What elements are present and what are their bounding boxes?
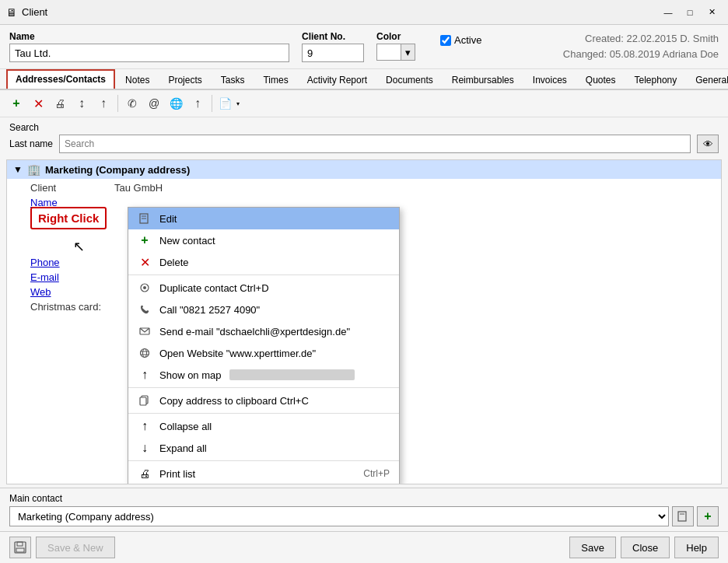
menu-item-delete[interactable]: ✕ Delete	[128, 251, 399, 273]
delete-button[interactable]: ✕	[28, 93, 48, 114]
maximize-button[interactable]: □	[680, 4, 700, 21]
titlebar: 🖥 Client — □ ✕	[0, 0, 728, 25]
search-field-label: Last name	[9, 138, 53, 149]
active-label: Active	[454, 34, 481, 46]
menu-separator-3	[128, 413, 399, 414]
menu-item-open-website[interactable]: Open Website "www.xperttimer.de"	[128, 342, 399, 364]
map-button[interactable]: ↑	[187, 93, 208, 114]
tab-reimbursables[interactable]: Reimbursables	[443, 71, 523, 89]
menu-item-show-map[interactable]: ↑ Show on map ██████████████████	[128, 364, 399, 386]
email-button[interactable]: @	[144, 93, 164, 114]
menu-item-expand[interactable]: ↓ Expand all	[128, 437, 399, 459]
search-icon-button[interactable]: 👁	[697, 135, 719, 153]
tab-documents[interactable]: Documents	[377, 71, 442, 89]
header: Name Client No. Color ▾ Active Created: …	[0, 25, 728, 69]
map-icon: ↑	[138, 368, 152, 382]
menu-item-send-email[interactable]: Send e-mail "dschaelchli@xpertdesign.de"	[128, 320, 399, 342]
email-label[interactable]: E-mail	[30, 271, 108, 283]
save-new-button[interactable]: Save & New	[36, 537, 115, 558]
close-button-footer[interactable]: Close	[621, 537, 670, 558]
titlebar-title: Client	[22, 6, 47, 18]
tab-activity-report[interactable]: Activity Report	[299, 71, 376, 89]
doc-button[interactable]: 📄	[216, 93, 233, 114]
print-button[interactable]: 🖨	[50, 93, 70, 114]
color-field-group: Color ▾	[376, 31, 415, 61]
tab-telephony[interactable]: Telephony	[626, 71, 686, 89]
window-controls: — □ ✕	[658, 4, 722, 21]
phone-button[interactable]: ✆	[122, 93, 142, 114]
name-field-group: Name	[9, 31, 289, 62]
search-icon: 👁	[703, 138, 713, 150]
expand-icon: ↓	[138, 441, 152, 455]
client-row: Client Tau GmbH	[30, 180, 712, 195]
app-icon: 🖥	[6, 6, 17, 19]
menu-print-shortcut: Ctrl+P	[363, 468, 390, 479]
color-box[interactable]	[376, 44, 401, 61]
clientno-label: Client No.	[302, 31, 364, 42]
tab-general[interactable]: General	[687, 71, 728, 89]
menu-item-duplicate[interactable]: Duplicate contact Ctrl+D	[128, 277, 399, 299]
menu-send-email-label: Send e-mail "dschaelchli@xpertdesign.de"	[159, 326, 350, 337]
menu-item-edit[interactable]: Edit	[128, 208, 399, 229]
menu-item-new-contact[interactable]: + New contact	[128, 229, 399, 251]
doc-dropdown-button[interactable]: ▾	[233, 93, 243, 114]
search-area: Search Last name 👁	[0, 117, 728, 156]
tab-notes[interactable]: Notes	[117, 71, 158, 89]
search-row: Last name 👁	[9, 135, 719, 153]
content-area: ▼ 🏢 Marketing (Company address) Client T…	[6, 159, 722, 484]
context-menu: Edit + New contact ✕ Delete Duplicate co…	[128, 207, 400, 484]
tab-quotes[interactable]: Quotes	[577, 71, 625, 89]
minimize-button[interactable]: —	[658, 4, 678, 21]
main-window: Name Client No. Color ▾ Active Created: …	[0, 25, 728, 563]
copy-icon	[138, 393, 152, 407]
active-checkbox[interactable]	[440, 35, 451, 46]
main-contact-row: Marketing (Company address) +	[9, 506, 719, 526]
menu-collapse-label: Collapse all	[159, 421, 212, 432]
menu-show-map-address: ██████████████████	[229, 369, 355, 380]
web-label[interactable]: Web	[30, 286, 108, 298]
close-button[interactable]: ✕	[702, 4, 722, 21]
tab-addresses-contacts[interactable]: Addresses/Contacts	[6, 69, 115, 89]
sort-button[interactable]: ↕	[72, 93, 92, 114]
clientno-input[interactable]	[302, 44, 364, 62]
menu-item-collapse[interactable]: ↑ Collapse all	[128, 415, 399, 437]
search-input[interactable]	[59, 135, 691, 153]
tab-times[interactable]: Times	[254, 71, 296, 89]
edit-icon	[138, 212, 152, 226]
address-group-label: Marketing (Company address)	[45, 164, 190, 176]
address-group-header[interactable]: ▼ 🏢 Marketing (Company address)	[7, 160, 721, 179]
phone-label[interactable]: Phone	[30, 257, 108, 268]
main-contact-add-button[interactable]: +	[697, 506, 719, 526]
web-button[interactable]: 🌐	[166, 93, 186, 114]
main-contact-select[interactable]: Marketing (Company address)	[9, 506, 669, 526]
tab-invoices[interactable]: Invoices	[524, 71, 576, 89]
tab-tasks[interactable]: Tasks	[212, 71, 254, 89]
menu-item-call[interactable]: Call "0821 2527 4090"	[128, 299, 399, 320]
menu-expand-label: Expand all	[159, 442, 207, 454]
menu-item-copy-address[interactable]: Copy address to clipboard Ctrl+C	[128, 390, 399, 411]
help-button[interactable]: Help	[674, 537, 719, 558]
menu-separator-2	[128, 387, 399, 388]
print-menu-icon: 🖨	[138, 467, 152, 481]
save-icon-button[interactable]	[9, 537, 31, 558]
right-click-annotation: Right Click	[30, 207, 107, 229]
color-dropdown-button[interactable]: ▾	[401, 44, 415, 61]
svg-rect-15	[17, 542, 23, 546]
client-label: Client	[30, 182, 108, 194]
toolbar-separator-1	[117, 95, 118, 112]
phone-icon	[138, 302, 152, 316]
name-input[interactable]	[9, 44, 289, 62]
tab-projects[interactable]: Projects	[159, 71, 210, 89]
menu-delete-label: Delete	[159, 257, 189, 268]
menu-item-print[interactable]: 🖨 Print list Ctrl+P	[128, 463, 399, 484]
toolbar: + ✕ 🖨 ↕ ↑ ✆ @ 🌐 ↑ 📄 ▾	[0, 90, 728, 117]
save-button[interactable]: Save	[569, 537, 616, 558]
main-contact-label: Main contact	[9, 493, 719, 504]
add-button[interactable]: +	[6, 93, 26, 114]
delete-icon: ✕	[138, 255, 152, 269]
search-label: Search	[9, 122, 719, 133]
toolbar-separator-2	[212, 95, 212, 112]
main-contact-edit-button[interactable]	[672, 506, 694, 526]
arrow-up-button[interactable]: ↑	[93, 93, 114, 114]
svg-point-7	[143, 349, 147, 358]
